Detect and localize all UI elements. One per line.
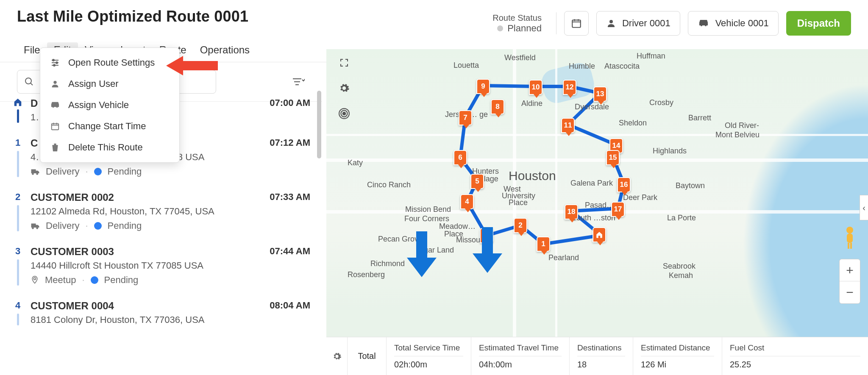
zoom-out-button[interactable]: − xyxy=(840,281,860,303)
tag-pending: Pending xyxy=(104,275,139,286)
svg-rect-20 xyxy=(847,233,853,243)
dd-open-route-settings[interactable]: Open Route Settings xyxy=(40,52,179,73)
divider xyxy=(556,12,556,34)
dd-assign-vehicle[interactable]: Assign Vehicle xyxy=(40,94,179,116)
map-label: Deer Park xyxy=(623,193,657,202)
dispatch-button[interactable]: Dispatch xyxy=(786,11,851,36)
stop-name: CUSTOMER 0003 xyxy=(31,246,247,258)
summary-total-label: Total xyxy=(348,337,387,375)
map-marker-18[interactable]: 18 xyxy=(565,204,578,219)
map-label: Aldine xyxy=(521,99,542,108)
summary-settings-button[interactable] xyxy=(326,337,348,375)
scrollbar-thumb[interactable] xyxy=(317,91,321,158)
stop-4[interactable]: 4 CUSTOMER 0004 8181 Colony Dr, Houston,… xyxy=(11,293,322,333)
map-label: Mont Belvieu xyxy=(715,131,760,139)
map-label: Humble xyxy=(569,62,595,71)
summary-hd: Estimated Distance xyxy=(641,343,714,356)
map-marker-5[interactable]: 5 xyxy=(470,174,484,189)
map-label: Westfield xyxy=(504,53,536,62)
map-marker-6[interactable]: 6 xyxy=(453,150,467,165)
summary-val: 126 Mi xyxy=(641,360,714,369)
map-label: Old River- xyxy=(725,121,759,130)
topbar: Last Mile Optimized Route 0001 Route Sta… xyxy=(0,0,868,36)
driver-select[interactable]: Driver 0001 xyxy=(596,11,680,36)
map-marker-2[interactable]: 2 xyxy=(514,218,527,233)
stop-3[interactable]: 3 CUSTOMER 0003 14440 Hillcroft St Houst… xyxy=(11,239,322,293)
svg-point-12 xyxy=(36,227,38,229)
map-marker-13[interactable]: 13 xyxy=(593,86,607,102)
dd-change-start-time[interactable]: Change Start Time xyxy=(40,116,179,137)
dd-delete-route[interactable]: Delete This Route xyxy=(40,137,179,158)
svg-point-5 xyxy=(53,64,55,66)
filter-icon xyxy=(292,77,305,86)
svg-point-4 xyxy=(56,62,58,64)
stop-time: 07:44 AM xyxy=(254,246,314,286)
map-marker-7[interactable]: 7 xyxy=(459,110,472,125)
map-marker-10[interactable]: 10 xyxy=(529,80,542,95)
user-icon xyxy=(606,18,616,28)
map-label: Richmond xyxy=(370,259,405,268)
map-label: Rosenberg xyxy=(348,270,385,279)
tag-delivery: Delivery xyxy=(46,220,79,231)
stop-number: 2 xyxy=(15,192,20,203)
stop-time: 07:00 AM xyxy=(254,97,314,123)
map-settings-button[interactable] xyxy=(336,81,353,96)
map-label: Highlands xyxy=(653,147,687,156)
map[interactable]: Houston WestfieldLouettaHuffmanHumbleAta… xyxy=(326,49,868,375)
truck-icon xyxy=(31,222,40,230)
stop-2[interactable]: 2 CUSTOMER 0002 12102 Almeda Rd, Houston… xyxy=(11,185,322,239)
settings-sliders-icon xyxy=(50,57,61,68)
map-marker-17[interactable]: 17 xyxy=(611,202,625,217)
car-icon xyxy=(698,19,709,28)
calendar-icon xyxy=(571,18,582,29)
status-dot-icon xyxy=(497,25,503,31)
map-marker-15[interactable]: 15 xyxy=(606,150,620,165)
zoom-controls: + − xyxy=(839,259,860,304)
route-status: Route Status Planned xyxy=(492,13,548,34)
map-marker-9[interactable]: 9 xyxy=(476,79,490,94)
annotation-blue-arrow-icon xyxy=(473,227,502,274)
svg-point-9 xyxy=(32,173,34,175)
map-label: Pearland xyxy=(548,253,579,262)
stop-addr: 14440 Hillcroft St Houston TX 77085 USA xyxy=(31,260,247,271)
map-label: Pasad… xyxy=(585,201,614,210)
dd-label: Open Route Settings xyxy=(68,57,155,68)
map-marker-16[interactable]: 16 xyxy=(617,177,631,192)
calendar-button[interactable] xyxy=(564,11,589,36)
locate-button[interactable] xyxy=(336,106,353,121)
dd-label: Assign Vehicle xyxy=(68,100,129,111)
svg-point-19 xyxy=(846,227,853,233)
dd-assign-user[interactable]: Assign User xyxy=(40,73,179,94)
stop-addr: 12102 Almeda Rd, Houston, TX 77045, USA xyxy=(31,206,247,217)
car-icon xyxy=(50,100,61,111)
map-marker-4[interactable]: 4 xyxy=(460,194,474,209)
summary-val: 18 xyxy=(577,360,625,369)
fullscreen-button[interactable] xyxy=(336,55,353,70)
zoom-in-button[interactable]: + xyxy=(840,259,860,281)
user-icon xyxy=(50,78,61,89)
summary-hd: Estimated Travel Time xyxy=(479,343,562,356)
tag-meetup: Meetup xyxy=(45,275,76,286)
summary-val: 02h:00m xyxy=(394,360,463,369)
map-label: Sheldon xyxy=(619,119,647,128)
pegman-icon[interactable] xyxy=(841,226,859,250)
summary-hd: Total Service Time xyxy=(394,343,463,356)
collapse-panel-button[interactable]: ‹ xyxy=(860,195,868,220)
stop-number: 3 xyxy=(15,246,20,257)
summary-val: 25.25 xyxy=(730,360,860,369)
map-label: Kemah xyxy=(669,271,693,280)
pending-dot-icon xyxy=(94,222,102,230)
svg-point-3 xyxy=(53,59,54,61)
filter-button[interactable] xyxy=(287,71,309,93)
map-marker-8[interactable]: 8 xyxy=(491,99,504,114)
map-label: Katy xyxy=(348,158,363,167)
vehicle-label: Vehicle 0001 xyxy=(715,18,769,29)
marker-home[interactable] xyxy=(593,227,606,242)
pin-icon xyxy=(31,275,39,285)
map-marker-12[interactable]: 12 xyxy=(563,80,576,95)
annotation-red-arrow-icon xyxy=(166,54,220,77)
map-marker-11[interactable]: 11 xyxy=(561,118,575,133)
vehicle-select[interactable]: Vehicle 0001 xyxy=(688,11,779,36)
home-icon xyxy=(13,97,22,107)
map-marker-1[interactable]: 1 xyxy=(537,236,550,252)
